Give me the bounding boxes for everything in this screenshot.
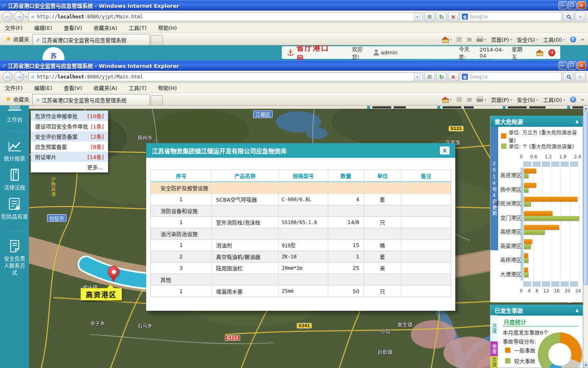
map-label-citybox: 仪征市	[47, 214, 67, 222]
tab-yearly[interactable]: 年度	[490, 356, 498, 368]
port-area-label[interactable]: 高资港区	[80, 288, 122, 301]
mail-icon[interactable]: ✉	[467, 36, 472, 43]
bar-volume	[524, 239, 532, 244]
collapse-icon[interactable]: ▲	[575, 308, 579, 312]
scroll-down-button[interactable]: ▼	[584, 362, 588, 368]
print-button[interactable]: ▾	[477, 98, 486, 102]
refresh-button[interactable]: ↻	[436, 72, 447, 81]
browser-tab[interactable]: e 江苏省港口安全监管与应急管理系统	[32, 34, 150, 45]
sidebar-item-safety-contacts[interactable]: 安全负责人联系方式	[0, 240, 29, 276]
tab-monthly[interactable]: 月度	[490, 315, 498, 341]
home-button[interactable]: ▾	[432, 96, 452, 103]
favorites-button[interactable]: ★ 收藏夹	[2, 94, 32, 104]
accidents-panel-header[interactable]: 已发生事故 ▲	[490, 305, 583, 316]
search-options-dropdown[interactable]: ▾	[575, 72, 586, 81]
sidebar-item-dangerous-goods[interactable]: 危险品名录	[0, 197, 29, 220]
logout-power-icon[interactable]	[548, 49, 555, 56]
url-dropdown-icon[interactable]: ∨	[414, 13, 421, 20]
search-input[interactable]: g Google	[460, 12, 562, 21]
feeds-icon[interactable]	[457, 37, 462, 42]
collapse-icon[interactable]: ▲	[575, 119, 579, 123]
search-button[interactable]	[563, 12, 574, 21]
menu-file[interactable]: 文件(F)	[5, 24, 23, 31]
back-button[interactable]: ←	[2, 72, 13, 82]
window-title-bar[interactable]: e 江苏省港口安全监管与应急管理系统 - Windows Internet Ex…	[0, 60, 588, 71]
new-tab-button[interactable]	[151, 95, 163, 105]
feeds-icon[interactable]	[457, 97, 462, 102]
search-options-dropdown[interactable]: ▾	[575, 12, 586, 21]
tools-menu[interactable]: 工具(O)▾	[543, 36, 565, 43]
refresh-button[interactable]: ↻	[436, 12, 447, 21]
menu-tools[interactable]: 工具(T)	[129, 84, 147, 92]
new-tab-button[interactable]	[151, 35, 163, 45]
scrollbar-thumb[interactable]	[584, 112, 588, 285]
chart-category-row: 龙门港区	[524, 211, 579, 221]
stop-button[interactable]: ×	[448, 12, 459, 21]
menu-help[interactable]: 帮助(H)	[158, 24, 177, 31]
restore-button[interactable]: ❐	[568, 1, 577, 9]
overflow-chevrons-icon[interactable]: »	[581, 97, 584, 102]
tab-quarterly[interactable]: 季度	[490, 341, 498, 356]
sidebar-item-laws[interactable]: 法律法规	[0, 168, 29, 191]
hazard-panel-header[interactable]: 重大危险源 ▲	[490, 116, 583, 127]
workbench-menu-item[interactable]: 应急预案备案[8条]	[31, 141, 108, 152]
sidebar-item-label: 法律法规	[4, 184, 25, 191]
tools-menu[interactable]: 工具(O)▾	[543, 96, 565, 103]
scroll-up-button[interactable]: ▲	[584, 105, 588, 111]
forward-button[interactable]: →	[14, 72, 24, 82]
search-input[interactable]: g Google	[460, 72, 562, 81]
search-button[interactable]	[563, 72, 574, 81]
restore-button[interactable]: ❐	[568, 61, 577, 70]
history-dropdown-icon[interactable]: ▾	[25, 75, 27, 79]
url-field[interactable]: e http://localhost:8080/yjpt/Main.html ∨	[29, 12, 423, 21]
workbench-menu-item[interactable]: 建设项目安全条件审批[1条]	[31, 121, 108, 131]
page-scrollbar[interactable]: ▲ ▼	[583, 105, 588, 368]
forward-button[interactable]: →	[14, 11, 24, 22]
security-menu[interactable]: 安全(S)▾	[517, 36, 538, 43]
workbench-menu-item[interactable]: 安全评价报告备案[2条]	[31, 131, 108, 141]
menu-file[interactable]: 文件(F)	[5, 84, 23, 92]
history-dropdown-icon[interactable]: ▾	[25, 15, 27, 19]
window-title-bar[interactable]: e 江苏省港口安全监管与应急管理系统 - Windows Internet Ex…	[0, 0, 588, 11]
workbench-menu-item[interactable]: 危货作业申报审批[10条]	[31, 111, 108, 121]
help-icon[interactable]: ?	[570, 36, 576, 43]
map-pin[interactable]	[108, 266, 119, 277]
minimize-button[interactable]: —	[559, 1, 567, 9]
minimize-button[interactable]: —	[559, 61, 567, 70]
menu-edit[interactable]: 编辑(E)	[34, 84, 52, 92]
page-menu[interactable]: 页面(P)▾	[491, 96, 512, 103]
menu-favorites[interactable]: 收藏夹(A)	[94, 84, 117, 92]
stop-button[interactable]: ×	[448, 72, 459, 81]
security-menu[interactable]: 安全(S)▾	[517, 96, 538, 103]
dialog-close-button[interactable]: X	[440, 146, 450, 155]
url-dropdown-icon[interactable]: ∨	[414, 73, 421, 81]
menu-favorites[interactable]: 收藏夹(A)	[94, 24, 117, 31]
menu-edit[interactable]: 编辑(E)	[34, 24, 52, 31]
home-button[interactable]: ▾	[432, 36, 452, 43]
browser-tab[interactable]: e 江苏省港口安全监管与应急管理系统	[32, 94, 150, 105]
sidebar-item-reports[interactable]: 统计报表	[0, 140, 29, 162]
sidebar-item-workbench[interactable]: 工作台	[0, 105, 29, 123]
workbench-menu-item[interactable]: 附证审片[14条]	[31, 152, 108, 162]
favorites-button[interactable]: ★ 收藏夹	[2, 34, 32, 44]
menu-tools[interactable]: 工具(T)	[129, 24, 147, 31]
table-row: 1消油剂919型15桶	[151, 240, 451, 251]
menu-view[interactable]: 查看(V)	[64, 24, 82, 31]
menu-view[interactable]: 查看(V)	[64, 84, 82, 92]
close-button[interactable]: ×	[577, 61, 586, 70]
close-button[interactable]: ×	[577, 1, 586, 9]
page-menu[interactable]: 页面(P)▾	[491, 36, 512, 43]
compatibility-view-button[interactable]: ⊞	[424, 72, 435, 81]
help-icon[interactable]: ?	[570, 96, 576, 103]
back-button[interactable]: ←	[2, 11, 13, 22]
stop-icon: ×	[451, 13, 456, 20]
page-content: 工作台 统计报表 法律法规 危险品名录 安全负责人联系方式	[0, 105, 588, 368]
mail-icon[interactable]: ✉	[467, 96, 472, 103]
url-field[interactable]: e http://localhost:8080/yjpt/Main.html ∨	[29, 72, 423, 81]
print-button[interactable]: ▾	[477, 38, 486, 42]
overflow-chevrons-icon[interactable]: »	[581, 37, 584, 42]
banner-home-icon[interactable]	[536, 49, 543, 56]
menu-help[interactable]: 帮助(H)	[158, 84, 177, 92]
menu-more-link[interactable]: 更多...	[31, 162, 108, 172]
compatibility-view-button[interactable]: ⊞	[424, 12, 435, 21]
